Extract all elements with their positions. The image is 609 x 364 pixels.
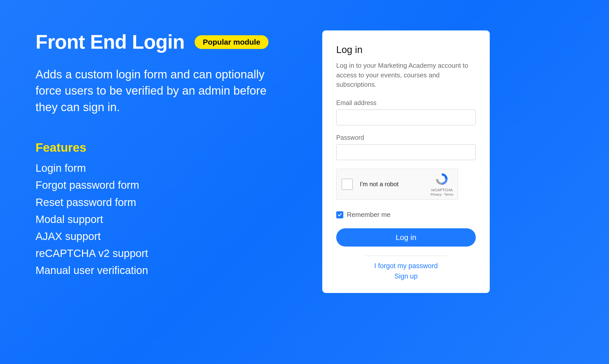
password-label: Password [336,134,476,141]
login-button[interactable]: Log in [336,228,476,247]
remember-me-label: Remember me [347,211,391,219]
feature-item: Login form [36,160,302,177]
feature-item: Modal support [36,211,302,228]
recaptcha-brand-text: reCAPTCHA [431,188,453,192]
feature-item: Forgot password form [36,177,302,194]
signup-link[interactable]: Sign up [336,272,476,280]
login-title: Log in [336,44,476,55]
checkmark-icon [337,213,342,217]
title-row: Front End Login Popular module [36,30,302,54]
email-field[interactable] [336,110,476,125]
login-links: I forgot my password Sign up [336,262,476,280]
hero-description: Adds a custom login form and can optiona… [36,66,284,115]
feature-item: AJAX support [36,228,302,245]
features-list: Login form Forgot password form Reset pa… [36,160,302,279]
feature-item: Reset password form [36,194,302,211]
page-title: Front End Login [36,30,184,54]
feature-item: reCAPTCHA v2 support [36,245,302,262]
divider [364,256,448,256]
password-field[interactable] [336,144,476,160]
features-heading: Features [36,141,302,154]
recaptcha-terms-text: Privacy - Terms [431,193,453,196]
hero-section: Front End Login Popular module Adds a cu… [36,30,302,334]
email-label: Email address [336,99,476,107]
popular-module-badge: Popular module [195,35,268,49]
recaptcha-icon [435,172,449,187]
login-card: Log in Log in to your Marketing Academy … [322,30,490,293]
recaptcha-checkbox[interactable] [342,179,353,190]
forgot-password-link[interactable]: I forgot my password [336,262,476,270]
login-column: Log in Log in to your Marketing Academy … [322,30,490,334]
remember-me-checkbox[interactable] [336,211,343,218]
remember-me-row: Remember me [336,211,476,219]
login-subtitle: Log in to your Marketing Academy account… [336,61,476,90]
feature-item: Manual user verification [36,262,302,279]
recaptcha-widget[interactable]: I'm not a robot reCAPTCHA Privacy - Term… [336,169,458,200]
recaptcha-label: I'm not a robot [360,181,399,188]
recaptcha-branding: reCAPTCHA Privacy - Terms [431,172,453,196]
